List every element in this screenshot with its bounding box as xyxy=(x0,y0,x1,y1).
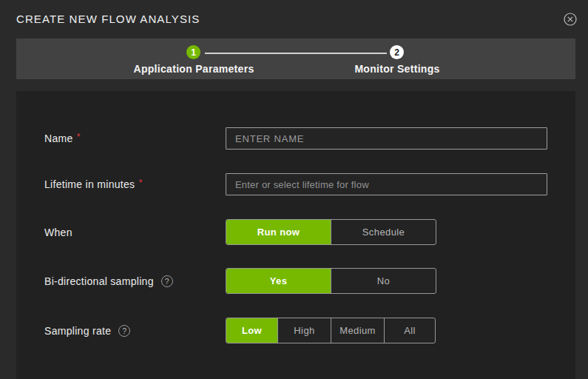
stepper-connector-line xyxy=(205,53,387,54)
close-button[interactable] xyxy=(563,13,578,28)
help-icon[interactable]: ? xyxy=(118,325,130,337)
bidirectional-option-no[interactable]: No xyxy=(331,269,436,293)
bidirectional-toggle-group: Yes No xyxy=(226,268,436,294)
modal-header: CREATE NEW FLOW ANALYSIS xyxy=(0,0,588,38)
name-label: Name* xyxy=(44,127,81,150)
sampling-rate-option-medium[interactable]: Medium xyxy=(331,318,384,343)
when-label: When xyxy=(44,219,72,245)
sampling-rate-option-high[interactable]: High xyxy=(277,318,331,343)
bidirectional-option-yes[interactable]: Yes xyxy=(226,269,331,293)
required-asterisk: * xyxy=(77,131,81,142)
sampling-rate-toggle-group: Low High Medium All xyxy=(226,318,436,343)
bidirectional-sampling-label: Bi-directional sampling ? xyxy=(44,268,173,294)
step-2-label-monitor-settings[interactable]: Monitor Settings xyxy=(316,63,479,75)
form-panel: Name* Lifetime in minutes* When Run now … xyxy=(16,91,575,379)
form-row-sampling-rate: Sampling rate ? Low High Medium All xyxy=(16,318,575,343)
step-1-label-application-parameters[interactable]: Application Parameters xyxy=(112,63,275,75)
step-1-circle[interactable]: 1 xyxy=(186,45,200,59)
when-option-run-now[interactable]: Run now xyxy=(226,220,331,244)
form-row-lifetime: Lifetime in minutes* xyxy=(16,173,575,195)
sampling-rate-option-all[interactable]: All xyxy=(384,318,435,343)
lifetime-label: Lifetime in minutes* xyxy=(44,173,143,195)
when-option-schedule[interactable]: Schedule xyxy=(331,220,436,244)
required-asterisk: * xyxy=(138,177,142,188)
form-row-when: When Run now Schedule xyxy=(16,219,575,245)
step-2-circle[interactable]: 2 xyxy=(390,45,404,59)
form-row-name: Name* xyxy=(16,127,575,150)
modal-title: CREATE NEW FLOW ANALYSIS xyxy=(16,0,200,38)
wizard-stepper: 1 2 Application Parameters Monitor Setti… xyxy=(16,38,575,79)
when-toggle-group: Run now Schedule xyxy=(226,219,436,245)
lifetime-input[interactable] xyxy=(226,173,547,195)
sampling-rate-option-low[interactable]: Low xyxy=(226,318,277,343)
close-icon xyxy=(563,12,578,30)
help-icon[interactable]: ? xyxy=(161,275,173,287)
sampling-rate-label: Sampling rate ? xyxy=(44,318,130,343)
form-row-bidirectional-sampling: Bi-directional sampling ? Yes No xyxy=(16,268,575,294)
name-input[interactable] xyxy=(226,127,547,150)
